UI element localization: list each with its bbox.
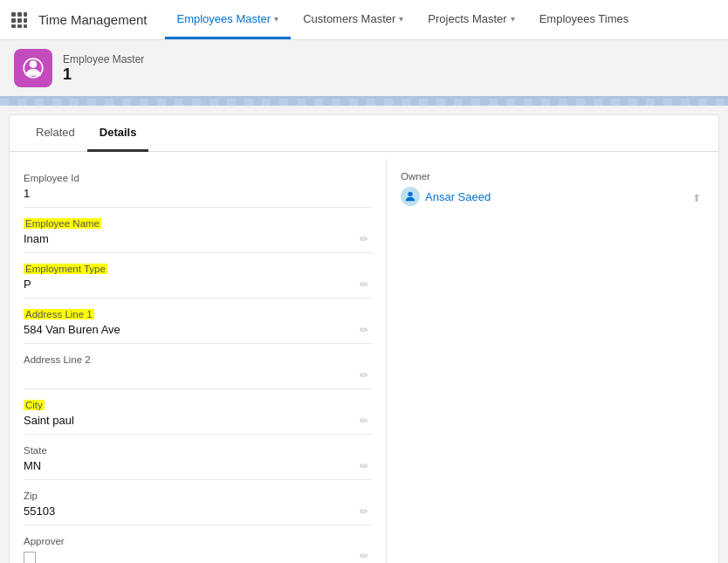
svg-rect-2 (24, 12, 27, 17)
address-line-2-label: Address Line 2 (24, 354, 91, 365)
edit-icon[interactable]: ✏ (360, 324, 368, 336)
page-header-title: Employee Master (63, 53, 144, 65)
state-label: State (24, 445, 47, 456)
field-employment-type: Employment Type P ✏ (24, 257, 372, 299)
form-area: Employee Id 1 Employee Name Inam ✏ Emplo… (10, 152, 718, 563)
grid-icon[interactable] (7, 8, 31, 32)
svg-point-9 (30, 60, 38, 68)
employee-name-value: Inam (24, 230, 372, 247)
svg-rect-4 (17, 18, 22, 23)
edit-icon[interactable]: ✏ (360, 505, 368, 518)
edit-icon[interactable]: ✏ (360, 233, 368, 245)
svg-rect-8 (24, 24, 27, 28)
upload-icon[interactable]: ⬆ (692, 192, 701, 204)
nav-tab-customers-master[interactable]: Customers Master ▾ (291, 0, 416, 39)
svg-rect-7 (17, 24, 22, 28)
svg-rect-0 (11, 12, 16, 17)
tab-related[interactable]: Related (24, 115, 87, 152)
edit-icon[interactable]: ✏ (360, 460, 368, 472)
employee-id-value: 1 (24, 185, 372, 202)
field-employee-name: Employee Name Inam ✏ (24, 211, 372, 253)
city-label: City (24, 400, 45, 410)
edit-icon[interactable]: ✏ (360, 550, 368, 562)
edit-icon[interactable]: ✏ (360, 369, 368, 381)
address-line-1-label: Address Line 1 (24, 309, 94, 319)
approver-row (24, 548, 372, 563)
city-value: Saint paul (24, 412, 372, 429)
page-header: Employee Master 1 (0, 40, 728, 99)
field-approver: Approver ✏ (24, 529, 372, 563)
nav-tab-employees-master[interactable]: Employees Master ▾ (165, 0, 292, 39)
employment-type-value: P (24, 276, 372, 292)
page-icon (14, 49, 52, 87)
page-header-id: 1 (63, 65, 144, 84)
employment-type-label: Employment Type (24, 264, 107, 274)
nav-tab-projects-master[interactable]: Projects Master ▾ (416, 0, 526, 39)
svg-point-11 (408, 192, 412, 196)
address-line-2-value (24, 367, 372, 383)
page-header-text: Employee Master 1 (63, 53, 144, 84)
owner-label: Owner (401, 171, 704, 182)
owner-avatar-icon (401, 187, 420, 206)
wavy-divider (0, 99, 728, 106)
chevron-down-icon: ▾ (274, 14, 278, 24)
zip-value: 55103 (24, 503, 372, 519)
employee-name-label: Employee Name (24, 218, 101, 229)
state-value: MN (24, 457, 372, 474)
employee-id-label: Employee Id (24, 173, 79, 183)
content-tabs: Related Details (10, 115, 718, 152)
field-state: State MN ✏ (24, 438, 372, 480)
form-left: Employee Id 1 Employee Name Inam ✏ Emplo… (10, 159, 387, 563)
approver-checkbox[interactable] (24, 552, 36, 563)
chevron-down-icon: ▾ (511, 14, 515, 24)
nav-tab-employees-times[interactable]: Employees Times (527, 0, 642, 39)
top-navigation: Time Management Employees Master ▾ Custo… (0, 0, 728, 40)
owner-value: Ansar Saeed (401, 187, 704, 206)
svg-rect-1 (17, 12, 22, 17)
svg-rect-5 (24, 18, 27, 23)
nav-tabs: Employees Master ▾ Customers Master ▾ Pr… (165, 0, 722, 39)
svg-rect-6 (11, 24, 16, 28)
tab-details[interactable]: Details (87, 115, 149, 152)
field-owner: Owner Ansar Saeed ⬆ (401, 166, 704, 211)
form-right: Owner Ansar Saeed ⬆ (387, 159, 718, 563)
approver-label: Approver (24, 536, 65, 546)
chevron-down-icon: ▾ (399, 14, 403, 24)
main-content: Related Details Employee Id 1 Employee N… (9, 114, 719, 563)
address-line-1-value: 584 Van Buren Ave (24, 321, 372, 338)
field-address-line-1: Address Line 1 584 Van Buren Ave ✏ (24, 302, 372, 344)
svg-rect-3 (11, 18, 16, 23)
field-zip: Zip 55103 ✏ (24, 484, 372, 525)
field-address-line-2: Address Line 2 ✏ (24, 347, 372, 389)
field-employee-id: Employee Id 1 (24, 166, 372, 208)
field-city: City Saint paul ✏ (24, 393, 372, 435)
edit-icon[interactable]: ✏ (360, 278, 368, 291)
owner-name[interactable]: Ansar Saeed (425, 190, 491, 203)
app-name: Time Management (38, 12, 148, 27)
edit-icon[interactable]: ✏ (360, 415, 368, 427)
zip-label: Zip (24, 491, 38, 501)
